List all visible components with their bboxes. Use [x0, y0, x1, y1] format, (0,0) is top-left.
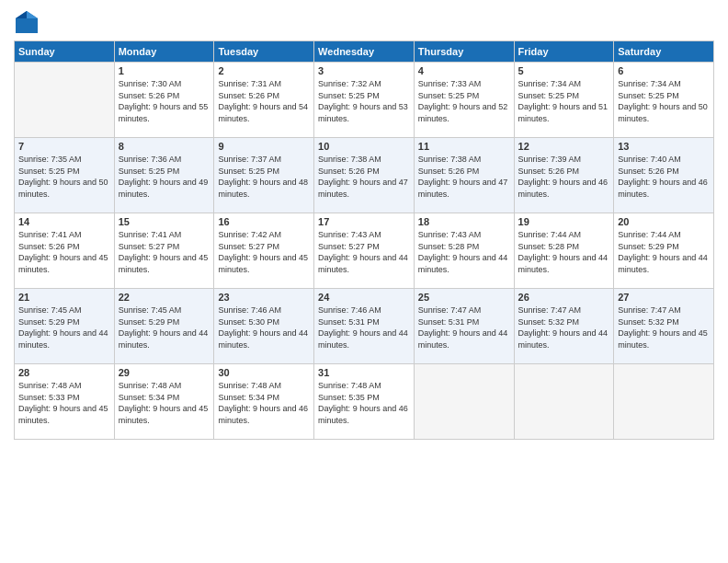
calendar-cell: 8Sunrise: 7:36 AM Sunset: 5:25 PM Daylig… [114, 138, 214, 213]
day-info: Sunrise: 7:45 AM Sunset: 5:29 PM Dayligh… [119, 304, 210, 350]
day-header: Sunday [15, 41, 115, 63]
day-number: 14 [18, 216, 110, 227]
day-info: Sunrise: 7:45 AM Sunset: 5:29 PM Dayligh… [18, 304, 110, 350]
day-number: 1 [119, 65, 210, 76]
calendar-row: 7Sunrise: 7:35 AM Sunset: 5:25 PM Daylig… [15, 138, 714, 213]
calendar-cell [514, 364, 614, 440]
day-info: Sunrise: 7:39 AM Sunset: 5:26 PM Dayligh… [518, 154, 610, 200]
calendar-cell: 27Sunrise: 7:47 AM Sunset: 5:32 PM Dayli… [614, 289, 714, 364]
day-header: Saturday [614, 41, 714, 63]
calendar-cell: 4Sunrise: 7:33 AM Sunset: 5:25 PM Daylig… [414, 63, 514, 138]
day-info: Sunrise: 7:34 AM Sunset: 5:25 PM Dayligh… [618, 78, 710, 124]
day-info: Sunrise: 7:48 AM Sunset: 5:35 PM Dayligh… [318, 380, 410, 426]
day-header: Monday [114, 41, 214, 63]
day-number: 3 [318, 65, 410, 76]
calendar-cell [15, 63, 115, 138]
calendar-cell: 5Sunrise: 7:34 AM Sunset: 5:25 PM Daylig… [514, 63, 614, 138]
calendar-cell: 14Sunrise: 7:41 AM Sunset: 5:26 PM Dayli… [15, 213, 115, 289]
day-info: Sunrise: 7:44 AM Sunset: 5:28 PM Dayligh… [518, 229, 610, 275]
calendar-row: 28Sunrise: 7:48 AM Sunset: 5:33 PM Dayli… [15, 364, 714, 440]
calendar-cell: 22Sunrise: 7:45 AM Sunset: 5:29 PM Dayli… [114, 289, 214, 364]
day-number: 8 [119, 141, 210, 152]
calendar-table: SundayMondayTuesdayWednesdayThursdayFrid… [14, 40, 714, 440]
day-info: Sunrise: 7:48 AM Sunset: 5:33 PM Dayligh… [18, 380, 110, 426]
day-number: 19 [518, 216, 610, 227]
calendar-cell: 16Sunrise: 7:42 AM Sunset: 5:27 PM Dayli… [214, 213, 314, 289]
day-header: Tuesday [214, 41, 314, 63]
day-number: 27 [618, 292, 710, 303]
day-number: 22 [119, 292, 210, 303]
day-number: 7 [18, 141, 110, 152]
day-number: 16 [218, 216, 310, 227]
day-number: 5 [518, 65, 610, 76]
calendar-cell: 24Sunrise: 7:46 AM Sunset: 5:31 PM Dayli… [314, 289, 415, 364]
day-info: Sunrise: 7:38 AM Sunset: 5:26 PM Dayligh… [318, 154, 410, 200]
day-number: 31 [318, 367, 410, 378]
day-info: Sunrise: 7:41 AM Sunset: 5:27 PM Dayligh… [119, 229, 210, 275]
day-number: 10 [318, 141, 410, 152]
day-header: Wednesday [314, 41, 415, 63]
logo-icon [14, 9, 40, 35]
calendar-cell: 21Sunrise: 7:45 AM Sunset: 5:29 PM Dayli… [15, 289, 115, 364]
header-row: SundayMondayTuesdayWednesdayThursdayFrid… [15, 41, 714, 63]
calendar-cell: 13Sunrise: 7:40 AM Sunset: 5:26 PM Dayli… [614, 138, 714, 213]
day-number: 28 [18, 367, 110, 378]
day-info: Sunrise: 7:47 AM Sunset: 5:32 PM Dayligh… [618, 304, 710, 350]
calendar-cell: 29Sunrise: 7:48 AM Sunset: 5:34 PM Dayli… [114, 364, 214, 440]
calendar-cell: 6Sunrise: 7:34 AM Sunset: 5:25 PM Daylig… [614, 63, 714, 138]
day-info: Sunrise: 7:42 AM Sunset: 5:27 PM Dayligh… [218, 229, 310, 275]
svg-marker-1 [27, 11, 38, 18]
day-info: Sunrise: 7:46 AM Sunset: 5:31 PM Dayligh… [318, 304, 410, 350]
calendar-row: 21Sunrise: 7:45 AM Sunset: 5:29 PM Dayli… [15, 289, 714, 364]
day-info: Sunrise: 7:30 AM Sunset: 5:26 PM Dayligh… [119, 78, 210, 124]
day-number: 4 [418, 65, 510, 76]
day-number: 2 [218, 65, 310, 76]
day-info: Sunrise: 7:37 AM Sunset: 5:25 PM Dayligh… [218, 154, 310, 200]
day-info: Sunrise: 7:44 AM Sunset: 5:29 PM Dayligh… [618, 229, 710, 275]
calendar-cell: 25Sunrise: 7:47 AM Sunset: 5:31 PM Dayli… [414, 289, 514, 364]
day-number: 15 [119, 216, 210, 227]
calendar-cell: 28Sunrise: 7:48 AM Sunset: 5:33 PM Dayli… [15, 364, 115, 440]
calendar-cell: 15Sunrise: 7:41 AM Sunset: 5:27 PM Dayli… [114, 213, 214, 289]
calendar-cell: 18Sunrise: 7:43 AM Sunset: 5:28 PM Dayli… [414, 213, 514, 289]
day-info: Sunrise: 7:32 AM Sunset: 5:25 PM Dayligh… [318, 78, 410, 124]
calendar-cell: 20Sunrise: 7:44 AM Sunset: 5:29 PM Dayli… [614, 213, 714, 289]
day-number: 24 [318, 292, 410, 303]
day-number: 12 [518, 141, 610, 152]
day-info: Sunrise: 7:48 AM Sunset: 5:34 PM Dayligh… [218, 380, 310, 426]
day-header: Thursday [414, 41, 514, 63]
day-number: 20 [618, 216, 710, 227]
day-info: Sunrise: 7:33 AM Sunset: 5:25 PM Dayligh… [418, 78, 510, 124]
calendar-cell: 9Sunrise: 7:37 AM Sunset: 5:25 PM Daylig… [214, 138, 314, 213]
day-info: Sunrise: 7:40 AM Sunset: 5:26 PM Dayligh… [618, 154, 710, 200]
day-info: Sunrise: 7:31 AM Sunset: 5:26 PM Dayligh… [218, 78, 310, 124]
day-number: 17 [318, 216, 410, 227]
day-info: Sunrise: 7:34 AM Sunset: 5:25 PM Dayligh… [518, 78, 610, 124]
day-info: Sunrise: 7:35 AM Sunset: 5:25 PM Dayligh… [18, 154, 110, 200]
calendar-cell: 12Sunrise: 7:39 AM Sunset: 5:26 PM Dayli… [514, 138, 614, 213]
day-number: 9 [218, 141, 310, 152]
day-info: Sunrise: 7:48 AM Sunset: 5:34 PM Dayligh… [119, 380, 210, 426]
day-info: Sunrise: 7:43 AM Sunset: 5:27 PM Dayligh… [318, 229, 410, 275]
day-number: 11 [418, 141, 510, 152]
calendar-cell: 1Sunrise: 7:30 AM Sunset: 5:26 PM Daylig… [114, 63, 214, 138]
logo [14, 9, 41, 35]
calendar-cell: 2Sunrise: 7:31 AM Sunset: 5:26 PM Daylig… [214, 63, 314, 138]
calendar-cell: 11Sunrise: 7:38 AM Sunset: 5:26 PM Dayli… [414, 138, 514, 213]
calendar-row: 1Sunrise: 7:30 AM Sunset: 5:26 PM Daylig… [15, 63, 714, 138]
calendar-cell: 17Sunrise: 7:43 AM Sunset: 5:27 PM Dayli… [314, 213, 415, 289]
day-info: Sunrise: 7:46 AM Sunset: 5:30 PM Dayligh… [218, 304, 310, 350]
calendar-cell [614, 364, 714, 440]
day-number: 13 [618, 141, 710, 152]
calendar-cell: 7Sunrise: 7:35 AM Sunset: 5:25 PM Daylig… [15, 138, 115, 213]
day-info: Sunrise: 7:43 AM Sunset: 5:28 PM Dayligh… [418, 229, 510, 275]
calendar-cell: 31Sunrise: 7:48 AM Sunset: 5:35 PM Dayli… [314, 364, 415, 440]
calendar-cell: 23Sunrise: 7:46 AM Sunset: 5:30 PM Dayli… [214, 289, 314, 364]
header [14, 9, 714, 35]
page: SundayMondayTuesdayWednesdayThursdayFrid… [0, 0, 728, 563]
calendar-row: 14Sunrise: 7:41 AM Sunset: 5:26 PM Dayli… [15, 213, 714, 289]
day-number: 21 [18, 292, 110, 303]
day-info: Sunrise: 7:38 AM Sunset: 5:26 PM Dayligh… [418, 154, 510, 200]
calendar-cell: 10Sunrise: 7:38 AM Sunset: 5:26 PM Dayli… [314, 138, 415, 213]
svg-marker-2 [16, 11, 27, 18]
